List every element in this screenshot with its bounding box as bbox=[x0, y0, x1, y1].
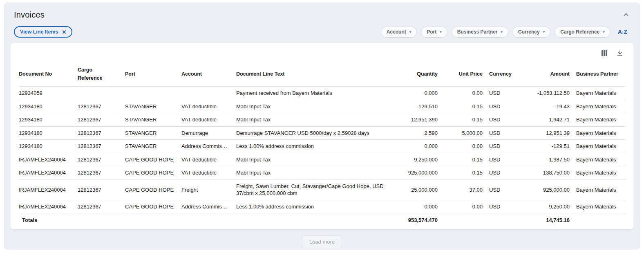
table-cell: -1,387.50 bbox=[522, 153, 573, 166]
chevron-down-icon: ▾ bbox=[603, 30, 605, 34]
table-cell: Mabl Input Tax bbox=[233, 113, 398, 127]
collapse-panel-button[interactable] bbox=[623, 11, 629, 18]
filter-chips: Account▾Port▾Business Partner▾Currency▾C… bbox=[381, 27, 610, 38]
table-cell: 12812367 bbox=[74, 200, 122, 213]
table-cell: VAT deductible bbox=[178, 166, 233, 180]
column-header: Currency bbox=[486, 62, 522, 87]
table-cell: USD bbox=[486, 126, 522, 140]
download-button[interactable] bbox=[616, 49, 624, 57]
table-cell: Bayern Materials bbox=[573, 113, 626, 127]
chevron-down-icon: ▾ bbox=[501, 30, 503, 34]
column-header: Document Line Text bbox=[233, 62, 398, 87]
table-row[interactable]: 1293418012812367STAVANGERVAT deductibleM… bbox=[19, 100, 626, 113]
totals-amount: 14,745.16 bbox=[522, 213, 573, 227]
totals-quantity: 953,574.470 bbox=[398, 213, 441, 227]
manage-columns-button[interactable] bbox=[601, 49, 608, 57]
page-title: Invoices bbox=[14, 10, 45, 20]
filter-cargo-reference[interactable]: Cargo Reference▾ bbox=[555, 27, 610, 38]
table-row[interactable]: 1293418012812367STAVANGERDemurrageDemurr… bbox=[19, 126, 626, 140]
table-cell: -1,053,112.50 bbox=[522, 87, 573, 100]
column-header: Account bbox=[178, 62, 233, 87]
table-cell: IRJAMFLEX240004 bbox=[19, 179, 74, 200]
table-cell: 0.15 bbox=[441, 166, 486, 180]
panel-header: Invoices bbox=[7, 9, 637, 20]
table-cell: 12812367 bbox=[74, 126, 122, 140]
view-line-items-chip[interactable]: View Line Items ✕ bbox=[14, 26, 72, 38]
table-cell: 1,942.71 bbox=[522, 113, 573, 127]
table-cell: IRJAMFLEX240004 bbox=[19, 200, 74, 213]
table-cell: 12934059 bbox=[19, 87, 74, 100]
load-more-button[interactable]: Load more bbox=[302, 235, 342, 248]
invoices-panel: Invoices View Line Items ✕ Account▾Port▾… bbox=[4, 2, 640, 250]
table-cell: USD bbox=[486, 200, 522, 213]
table-row[interactable]: IRJAMFLEX24000412812367CAPE GOOD HOPEAdd… bbox=[19, 200, 626, 213]
table-cell: Less 1.00% address commission bbox=[233, 140, 398, 153]
table-cell: STAVANGER bbox=[122, 100, 178, 113]
filter-label: Port bbox=[427, 29, 436, 35]
close-icon[interactable]: ✕ bbox=[62, 29, 67, 35]
table-cell: USD bbox=[486, 113, 522, 127]
chevron-up-icon bbox=[623, 11, 629, 18]
sort-az-icon[interactable]: A↓Z bbox=[618, 29, 627, 35]
table-row[interactable]: 12934059Payment received from Bayern Mat… bbox=[19, 87, 626, 100]
table-cell bbox=[74, 87, 122, 100]
table-cell: 12934180 bbox=[19, 140, 74, 153]
table-cell: 12934180 bbox=[19, 126, 74, 140]
table-cell: Bayern Materials bbox=[573, 100, 626, 113]
table-cell: 0.15 bbox=[441, 100, 486, 113]
table-row[interactable]: 1293418012812367STAVANGERAddress Commis…… bbox=[19, 140, 626, 153]
table-cell: VAT deductible bbox=[178, 113, 233, 127]
table-cell: 25,000.000 bbox=[398, 179, 441, 200]
filter-currency[interactable]: Currency▾ bbox=[512, 27, 550, 38]
filter-port[interactable]: Port▾ bbox=[421, 27, 447, 38]
totals-label: Totals bbox=[19, 213, 74, 227]
table-cell: CAPE GOOD HOPE bbox=[122, 166, 178, 180]
table-header-row: Document NoCargo ReferencePortAccountDoc… bbox=[19, 62, 626, 87]
table-row[interactable]: IRJAMFLEX24000412812367CAPE GOOD HOPEVAT… bbox=[19, 166, 626, 180]
table-cell: Mabl Input Tax bbox=[233, 100, 398, 113]
toolbar-right: Account▾Port▾Business Partner▾Currency▾C… bbox=[381, 27, 627, 38]
filter-account[interactable]: Account▾ bbox=[381, 27, 417, 38]
table-row[interactable]: IRJAMFLEX24000412812367CAPE GOOD HOPEFre… bbox=[19, 179, 626, 200]
table-cell: Mabl Input Tax bbox=[233, 166, 398, 180]
table-body: 12934059Payment received from Bayern Mat… bbox=[19, 87, 626, 213]
table-cell: 5,000.00 bbox=[441, 126, 486, 140]
table-cell bbox=[178, 87, 233, 100]
column-header: Quantity bbox=[398, 62, 441, 87]
table-cell: -19.43 bbox=[522, 100, 573, 113]
table-cell: 0.00 bbox=[441, 87, 486, 100]
table-cell: USD bbox=[486, 87, 522, 100]
table-cell: Demurrage bbox=[178, 126, 233, 140]
table-cell: Mabl Input Tax bbox=[233, 153, 398, 166]
table-cell: 0.00 bbox=[441, 200, 486, 213]
toolbar: View Line Items ✕ Account▾Port▾Business … bbox=[7, 26, 637, 38]
totals-row: Totals953,574.47014,745.16 bbox=[19, 213, 626, 227]
table-cell: 0.15 bbox=[441, 113, 486, 127]
table-cell: USD bbox=[486, 153, 522, 166]
table-cell: IRJAMFLEX240004 bbox=[19, 153, 74, 166]
table-cell: Demurrage STAVANGER USD 5000/day x 2.590… bbox=[233, 126, 398, 140]
table-cell: 12934180 bbox=[19, 113, 74, 127]
table-cell: Less 1.00% address commission bbox=[233, 200, 398, 213]
filter-business-partner[interactable]: Business Partner▾ bbox=[452, 27, 508, 38]
table-cell: IRJAMFLEX240004 bbox=[19, 166, 74, 180]
table-cell: USD bbox=[486, 100, 522, 113]
columns-icon bbox=[601, 49, 608, 57]
table-cell: Freight bbox=[178, 179, 233, 200]
table-cell: 0.000 bbox=[398, 140, 441, 153]
invoices-table: Document NoCargo ReferencePortAccountDoc… bbox=[19, 62, 626, 227]
totals-cell bbox=[122, 213, 178, 227]
table-cell: STAVANGER bbox=[122, 126, 178, 140]
totals-cell bbox=[573, 213, 626, 227]
table-cell: Freight, Sawn Lumber, Cut, Stavanger/Cap… bbox=[233, 179, 398, 200]
table-cell: Address Commis… bbox=[178, 140, 233, 153]
table-cell: 0.000 bbox=[398, 87, 441, 100]
table-cell: 12812367 bbox=[74, 166, 122, 180]
table-cell: Address Commis… bbox=[178, 200, 233, 213]
table-cell: 138,750.00 bbox=[522, 166, 573, 180]
table-row[interactable]: 1293418012812367STAVANGERVAT deductibleM… bbox=[19, 113, 626, 127]
table-cell: Payment received from Bayern Materials bbox=[233, 87, 398, 100]
table-cell: 37.00 bbox=[441, 179, 486, 200]
table-cell: Bayern Materials bbox=[573, 87, 626, 100]
table-row[interactable]: IRJAMFLEX24000412812367CAPE GOOD HOPEVAT… bbox=[19, 153, 626, 166]
